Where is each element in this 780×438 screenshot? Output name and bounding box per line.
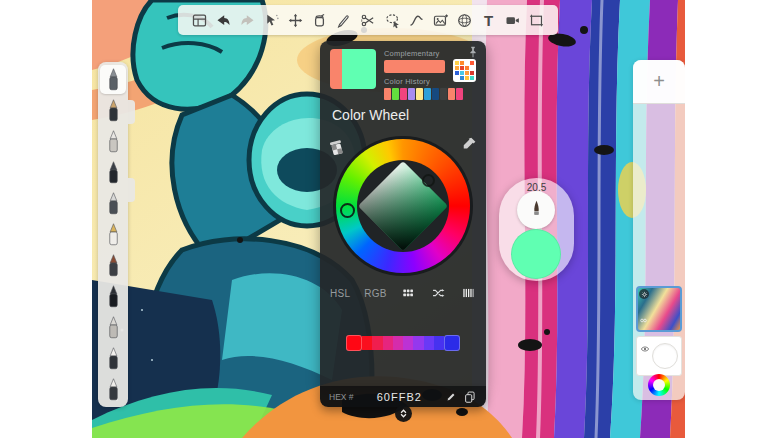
hue-selector[interactable] [340, 203, 355, 218]
panel-title: Color Wheel [332, 107, 409, 123]
redo-icon [239, 12, 256, 29]
gradient-strip[interactable] [346, 335, 460, 351]
brush-marker[interactable] [100, 158, 126, 187]
transparent-color-icon[interactable] [326, 137, 348, 159]
current-color-swatch[interactable] [330, 49, 376, 89]
shape-tool-button[interactable] [381, 9, 403, 31]
brush-pencil[interactable] [100, 96, 126, 125]
complementary-swatch[interactable] [384, 60, 445, 73]
add-layer-button[interactable]: + [633, 60, 685, 104]
palette-grid-button[interactable] [453, 59, 476, 82]
text-tool-button[interactable]: T [478, 9, 500, 31]
brush-fountain-pen[interactable] [100, 220, 126, 249]
gradient-cell [372, 336, 382, 350]
gradient-cell [434, 336, 444, 350]
redo-button[interactable] [236, 9, 258, 31]
palette-cell [470, 76, 474, 80]
tab-hsl[interactable]: HSL [330, 288, 350, 299]
primary-color [342, 49, 376, 89]
palette-cell [455, 71, 459, 75]
timelapse-camera-button[interactable] [502, 9, 524, 31]
brush-flat-marker[interactable] [100, 344, 126, 373]
palette-drag-handle[interactable] [128, 100, 135, 124]
transform-tool-button[interactable] [285, 9, 307, 31]
palette-cell [455, 76, 459, 80]
palette-cell [470, 71, 474, 75]
eyedropper-icon[interactable] [460, 135, 478, 153]
pin-icon[interactable] [466, 45, 480, 59]
eraser-pen-icon [106, 129, 121, 155]
symmetry-tool-button[interactable] [454, 9, 476, 31]
tab-rgb[interactable]: RGB [364, 288, 387, 299]
hex-value-field[interactable]: 60FFB2 [360, 391, 439, 403]
screenshot-stage: T Complementary Color History [0, 0, 780, 438]
undo-icon [215, 12, 232, 29]
fill-tool-button[interactable] [309, 9, 331, 31]
history-swatch-1[interactable] [392, 88, 399, 100]
color-wheel-shortcut-icon[interactable] [648, 374, 670, 396]
layer-visibility-eye-icon[interactable] [640, 340, 650, 358]
crop-frame-button[interactable] [526, 9, 548, 31]
panel-collapse-handle[interactable] [395, 405, 412, 422]
history-swatch-8[interactable] [448, 88, 455, 100]
palette-cell [465, 71, 469, 75]
gradient-cell [424, 336, 434, 350]
gradient-cell [362, 336, 372, 350]
brush-palette [98, 62, 128, 407]
randomize-icon[interactable] [430, 286, 446, 300]
history-swatch-2[interactable] [400, 88, 407, 100]
cursor-icon [263, 12, 280, 29]
history-swatch-9[interactable] [456, 88, 463, 100]
history-swatch-6[interactable] [432, 88, 439, 100]
sphere-icon [456, 12, 473, 29]
frame-icon [528, 12, 545, 29]
history-swatch-0[interactable] [384, 88, 391, 100]
undo-button[interactable] [212, 9, 234, 31]
layer-1-thumbnail[interactable] [636, 286, 682, 332]
text-tool-label: T [484, 13, 493, 28]
saturation-selector[interactable] [422, 174, 435, 187]
brush-puck[interactable] [517, 191, 555, 229]
history-swatch-5[interactable] [424, 88, 431, 100]
complementary-label: Complementary [384, 49, 445, 58]
sliders-icon[interactable] [460, 286, 476, 300]
menu-grid-button[interactable] [188, 9, 210, 31]
history-swatch-7[interactable] [440, 88, 447, 100]
palette-cell [465, 76, 469, 80]
import-image-button[interactable] [429, 9, 451, 31]
flat-marker-icon [106, 346, 121, 372]
cut-tool-button[interactable] [357, 9, 379, 31]
brush-ink-brush[interactable] [100, 282, 126, 311]
brush-airbrush[interactable] [100, 65, 126, 94]
background-color-swatch[interactable] [652, 343, 678, 369]
brush-soft-pencil[interactable] [100, 313, 126, 342]
airbrush-icon [106, 67, 121, 93]
puck-capsule[interactable]: 20.5 [499, 178, 574, 281]
brush-chisel-marker[interactable] [100, 375, 126, 404]
brush-eraser-pen[interactable] [100, 127, 126, 156]
pen-icon [335, 12, 352, 29]
layer-settings-gear-icon[interactable] [639, 289, 649, 299]
gradient-cell [403, 336, 413, 350]
palette-cell [470, 61, 474, 65]
background-layer[interactable] [636, 336, 682, 376]
history-swatch-3[interactable] [408, 88, 415, 100]
brush-paint-brush[interactable] [100, 251, 126, 280]
stroke-tool-button[interactable] [405, 9, 427, 31]
brush-ballpoint-pen[interactable] [100, 189, 126, 218]
gradient-end-handle[interactable] [444, 335, 460, 351]
palette-cell [455, 61, 459, 65]
color-puck[interactable] [511, 229, 561, 279]
selection-tool-button[interactable] [260, 9, 282, 31]
gradient-start-handle[interactable] [346, 335, 362, 351]
pencil-icon [106, 98, 121, 124]
history-swatch-4[interactable] [416, 88, 423, 100]
palette-cell [465, 66, 469, 70]
pen-tool-button[interactable] [333, 9, 355, 31]
copy-hex-icon[interactable] [463, 390, 477, 404]
palette-drag-handle[interactable] [128, 178, 135, 202]
edit-hex-icon[interactable] [445, 391, 457, 403]
swatch-grid-icon[interactable] [400, 286, 416, 300]
palette-cell [460, 76, 464, 80]
blend-mode-icon [639, 311, 648, 329]
